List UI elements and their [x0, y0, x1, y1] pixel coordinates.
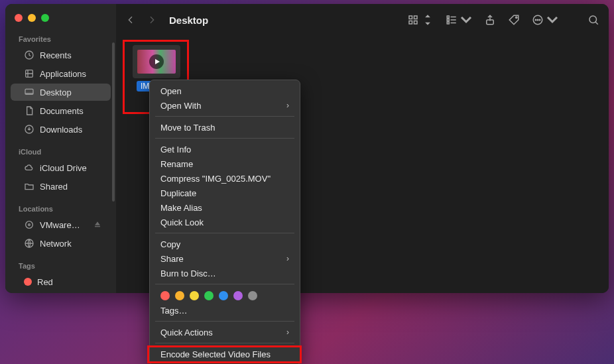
tag-dot-red — [24, 278, 32, 286]
up-down-icon — [422, 14, 434, 26]
cloud-icon — [24, 162, 34, 173]
menu-item-open-with[interactable]: Open With› — [150, 98, 300, 113]
menu-item-label: Get Info — [160, 145, 191, 154]
play-icon — [149, 54, 164, 69]
menu-item-label: Burn to Disc… — [160, 269, 216, 278]
eject-icon[interactable] — [92, 219, 103, 230]
video-thumbnail[interactable] — [133, 45, 180, 78]
menu-item-label: Duplicate — [160, 188, 196, 198]
nav-arrows — [125, 15, 157, 25]
minimize-button[interactable] — [28, 14, 36, 22]
menu-item-open[interactable]: Open — [150, 84, 300, 98]
sidebar-section-favorites: Favorites — [5, 31, 116, 46]
desktop-icon — [24, 87, 34, 97]
action-menu-button[interactable] — [532, 14, 558, 26]
tag-color-yellow[interactable] — [190, 291, 199, 300]
sidebar-item-tag-red[interactable]: Red — [11, 273, 111, 290]
menu-item-rename[interactable]: Rename — [150, 156, 300, 171]
chevron-right-icon: › — [286, 101, 289, 110]
back-button[interactable] — [125, 15, 136, 25]
svg-rect-11 — [414, 21, 418, 25]
forward-button[interactable] — [147, 15, 157, 25]
sidebar-item-icloud-drive[interactable]: iCloud Drive — [11, 159, 111, 176]
menu-item-share[interactable]: Share› — [150, 251, 300, 266]
sidebar-item-applications[interactable]: Applications — [11, 65, 111, 82]
close-button[interactable] — [15, 14, 23, 22]
menu-item-copy[interactable]: Copy — [150, 237, 300, 251]
sidebar-item-label: Applications — [40, 69, 86, 79]
menu-item-quick-actions[interactable]: Quick Actions› — [150, 325, 300, 339]
menu-item-label: Tags… — [160, 306, 187, 316]
sidebar-item-network[interactable]: Network — [11, 235, 111, 252]
view-icons-button[interactable] — [407, 14, 434, 26]
tags-button[interactable] — [508, 14, 520, 26]
menu-item-trash[interactable]: Move to Trash — [150, 120, 300, 135]
sidebar-item-label: VMware… — [40, 220, 80, 230]
sidebar-item-label: Desktop — [40, 88, 72, 97]
menu-separator — [155, 284, 294, 284]
svg-rect-14 — [447, 22, 449, 24]
sidebar-scrollbar[interactable] — [112, 42, 115, 202]
finder-window: Favorites Recents Applications Desktop D… — [5, 4, 609, 293]
toolbar: Desktop — [116, 4, 609, 36]
sidebar-item-shared[interactable]: Shared — [11, 178, 111, 195]
folder-icon — [24, 181, 34, 192]
sidebar-item-vmware[interactable]: VMware… — [11, 216, 111, 233]
context-menu: Open Open With› Move to Trash Get Info R… — [149, 80, 300, 364]
svg-point-4 — [26, 221, 33, 229]
menu-item-get-info[interactable]: Get Info — [150, 142, 300, 156]
menu-item-label: Copy — [160, 239, 180, 249]
svg-point-5 — [29, 224, 31, 226]
menu-item-quick-look[interactable]: Quick Look — [150, 215, 300, 229]
tag-color-orange[interactable] — [175, 291, 184, 300]
menu-item-compress[interactable]: Compress "IMG_0025.MOV" — [150, 171, 300, 186]
menu-item-label: Open With — [160, 101, 201, 111]
menu-item-tags[interactable]: Tags… — [150, 303, 300, 318]
sidebar-item-label: Recents — [40, 50, 72, 60]
menu-tag-picker — [150, 288, 300, 303]
chevron-right-icon: › — [286, 328, 289, 337]
chevron-right-icon: › — [286, 254, 289, 263]
menu-item-make-alias[interactable]: Make Alias — [150, 200, 300, 215]
download-icon — [24, 124, 34, 135]
share-button[interactable] — [484, 14, 496, 26]
svg-rect-13 — [447, 19, 449, 21]
menu-item-burn[interactable]: Burn to Disc… — [150, 266, 300, 280]
svg-point-18 — [535, 19, 536, 21]
menu-item-label: Move to Trash — [160, 123, 215, 133]
sidebar: Favorites Recents Applications Desktop D… — [5, 4, 116, 293]
sidebar-item-label: Network — [40, 239, 72, 249]
svg-rect-8 — [409, 16, 412, 19]
svg-rect-9 — [414, 16, 418, 19]
menu-item-label: Rename — [160, 159, 193, 169]
maximize-button[interactable] — [41, 14, 49, 22]
sidebar-item-downloads[interactable]: Downloads — [11, 121, 111, 138]
tag-color-red[interactable] — [160, 291, 170, 300]
menu-separator — [155, 321, 294, 322]
svg-point-19 — [537, 19, 538, 21]
tag-color-blue[interactable] — [219, 291, 228, 300]
group-by-button[interactable] — [446, 14, 472, 26]
sidebar-item-label: Red — [37, 277, 53, 287]
tag-color-gray[interactable] — [248, 291, 257, 300]
sidebar-item-label: iCloud Drive — [40, 163, 87, 173]
menu-item-encode-video[interactable]: Encode Selected Video Files — [150, 347, 300, 361]
tag-color-green[interactable] — [204, 291, 214, 300]
sidebar-item-desktop[interactable]: Desktop — [11, 84, 111, 101]
svg-rect-12 — [447, 16, 449, 18]
menu-item-label: Share — [160, 254, 184, 264]
sidebar-item-recents[interactable]: Recents — [11, 46, 111, 64]
menu-item-label: Encode Selected Video Files — [160, 349, 271, 359]
svg-point-16 — [516, 17, 517, 18]
sidebar-section-tags: Tags — [5, 258, 116, 273]
sidebar-item-label: Documents — [40, 106, 84, 116]
search-button[interactable] — [587, 14, 599, 26]
menu-item-label: Compress "IMG_0025.MOV" — [160, 174, 271, 184]
tag-color-purple[interactable] — [233, 291, 243, 300]
disk-icon — [24, 219, 34, 230]
svg-rect-6 — [95, 226, 100, 227]
window-controls — [5, 11, 116, 31]
sidebar-item-documents[interactable]: Documents — [11, 102, 111, 119]
menu-item-duplicate[interactable]: Duplicate — [150, 186, 300, 200]
menu-separator — [155, 343, 294, 343]
